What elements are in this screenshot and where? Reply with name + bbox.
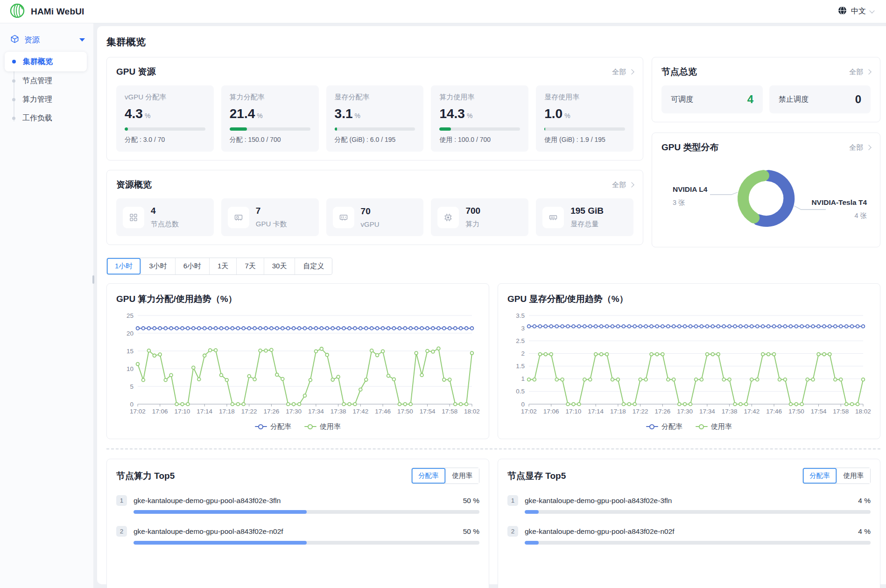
resource-tile-compute: 700算力 bbox=[431, 198, 528, 236]
legend-usage[interactable]: 使用率 bbox=[304, 422, 341, 431]
resource-overview-card: 资源概览 全部 4节点总数 bbox=[106, 170, 643, 245]
svg-text:2: 2 bbox=[521, 350, 525, 357]
timeline-dot-icon bbox=[12, 98, 15, 101]
svg-text:17:06: 17:06 bbox=[543, 408, 559, 415]
caret-down-icon bbox=[79, 38, 85, 42]
resource-overview-all-link[interactable]: 全部 bbox=[612, 181, 633, 189]
all-link-label: 全部 bbox=[612, 68, 626, 77]
svg-text:17:50: 17:50 bbox=[788, 408, 804, 415]
toggle-usage-rate[interactable]: 使用率 bbox=[445, 468, 479, 483]
gpu-type-card: GPU 类型分布 全部 NVIDIA L4 3 张 NVIDIA-Tesla T… bbox=[652, 133, 880, 247]
top5-metric-toggle: 分配率 使用率 bbox=[411, 468, 479, 484]
sidebar-item-label: 节点管理 bbox=[22, 76, 52, 86]
time-tab-30d[interactable]: 30天 bbox=[264, 258, 295, 274]
resource-label: GPU 卡数 bbox=[256, 220, 287, 229]
svg-text:17:18: 17:18 bbox=[610, 408, 626, 415]
progress-fill bbox=[544, 127, 545, 131]
svg-text:17:30: 17:30 bbox=[286, 408, 302, 415]
app-title: HAMi WebUI bbox=[31, 7, 84, 17]
time-tab-3h[interactable]: 3小时 bbox=[141, 258, 175, 274]
svg-text:3.5: 3.5 bbox=[516, 312, 525, 319]
svg-text:0: 0 bbox=[130, 401, 134, 408]
sidebar: 资源 集群概览 节点管理 算力管理 工作负载 bbox=[0, 23, 93, 588]
sidebar-group-resources[interactable]: 资源 bbox=[0, 28, 93, 52]
node-memory-top5-title: 节点显存 Top5 bbox=[507, 470, 566, 482]
sidebar-item-node-management[interactable]: 节点管理 bbox=[0, 71, 87, 90]
svg-text:20: 20 bbox=[127, 330, 134, 337]
legend-marker-icon bbox=[255, 424, 267, 429]
progress-track bbox=[125, 127, 205, 131]
sidebar-collapse-handle[interactable] bbox=[92, 275, 94, 284]
svg-text:17:34: 17:34 bbox=[308, 408, 324, 415]
time-tab-1h[interactable]: 1小时 bbox=[107, 258, 141, 274]
resource-value: 7 bbox=[256, 206, 287, 216]
metric-compute-usage: 算力使用率 14.3% 使用 : 100.0 / 700 bbox=[431, 85, 528, 152]
svg-text:17:46: 17:46 bbox=[375, 408, 391, 415]
legend-usage[interactable]: 使用率 bbox=[696, 422, 732, 431]
toggle-alloc-rate[interactable]: 分配率 bbox=[803, 468, 837, 483]
chevron-right-icon bbox=[629, 69, 634, 74]
bar-fill bbox=[134, 541, 307, 545]
svg-text:17:22: 17:22 bbox=[633, 408, 648, 415]
rank-badge: 2 bbox=[116, 526, 127, 537]
sidebar-item-cluster-overview[interactable]: 集群概览 bbox=[5, 52, 87, 71]
svg-text:17:46: 17:46 bbox=[766, 408, 782, 415]
svg-text:17:26: 17:26 bbox=[264, 408, 280, 415]
timeline-dot-icon bbox=[12, 117, 15, 120]
svg-text:17:02: 17:02 bbox=[130, 408, 146, 415]
toggle-alloc-rate[interactable]: 分配率 bbox=[412, 468, 445, 483]
timeline-dot-icon bbox=[12, 79, 15, 83]
svg-text:17:58: 17:58 bbox=[833, 408, 849, 415]
metric-compute-alloc: 算力分配率 21.4% 分配 : 150.0 / 700 bbox=[221, 85, 319, 152]
gpu-resources-all-link[interactable]: 全部 bbox=[612, 68, 633, 77]
svg-text:17:50: 17:50 bbox=[397, 408, 413, 415]
legend-label: 分配率 bbox=[270, 422, 291, 431]
sidebar-item-workloads[interactable]: 工作负载 bbox=[0, 109, 87, 127]
language-selector[interactable]: 中文 bbox=[838, 6, 874, 17]
bar-track bbox=[525, 510, 871, 514]
time-tab-7d[interactable]: 7天 bbox=[236, 258, 263, 274]
metric-unit: % bbox=[355, 112, 360, 119]
svg-text:17:18: 17:18 bbox=[219, 408, 235, 415]
content-container: 集群概览 GPU 资源 全部 bbox=[97, 26, 886, 584]
sidebar-item-compute-management[interactable]: 算力管理 bbox=[0, 90, 87, 109]
schedulable-label: 可调度 bbox=[671, 95, 693, 105]
bar-fill bbox=[525, 510, 539, 514]
svg-text:17:02: 17:02 bbox=[521, 408, 537, 415]
top5-metric-toggle: 分配率 使用率 bbox=[802, 468, 871, 484]
node-name: gke-kantaloupe-demo-gpu-pool-a843f02e-n0… bbox=[525, 527, 851, 536]
time-tab-custom[interactable]: 自定义 bbox=[295, 258, 332, 274]
sidebar-group-label: 资源 bbox=[24, 35, 74, 45]
metric-detail: 分配 : 3.0 / 70 bbox=[125, 136, 205, 144]
svg-text:17:58: 17:58 bbox=[442, 408, 457, 415]
svg-text:17:38: 17:38 bbox=[330, 408, 346, 415]
language-label: 中文 bbox=[851, 7, 866, 16]
node-compute-top5-card: 节点算力 Top5 分配率 使用率 1 gke-kantaloupe-demo-… bbox=[106, 459, 489, 588]
node-overview-all-link[interactable]: 全部 bbox=[849, 68, 871, 77]
gpu-type-title: GPU 类型分布 bbox=[661, 141, 718, 154]
top5-row: 1 gke-kantaloupe-demo-gpu-pool-a843f02e-… bbox=[116, 495, 479, 514]
time-tab-1d[interactable]: 1天 bbox=[209, 258, 236, 274]
sidebar-item-label: 算力管理 bbox=[22, 95, 52, 105]
legend-alloc[interactable]: 分配率 bbox=[255, 422, 291, 431]
legend-alloc[interactable]: 分配率 bbox=[646, 422, 682, 431]
brand: HAMi WebUI bbox=[9, 3, 84, 21]
node-compute-top5-title: 节点算力 Top5 bbox=[116, 470, 175, 482]
metric-unit: % bbox=[145, 112, 150, 119]
resource-tile-gpu-cards: 7GPU 卡数 bbox=[221, 198, 319, 236]
svg-text:3: 3 bbox=[521, 325, 525, 332]
node-name: gke-kantaloupe-demo-gpu-pool-a843f02e-3f… bbox=[525, 497, 851, 505]
memory-icon bbox=[542, 207, 564, 228]
donut-qty-t4: 4 张 bbox=[854, 212, 867, 219]
metric-vgpu-alloc: vGPU 分配率 4.3% 分配 : 3.0 / 70 bbox=[116, 85, 214, 152]
metric-value: 14.3 bbox=[439, 106, 465, 121]
timeline-dot-icon bbox=[12, 60, 16, 63]
bar-track bbox=[525, 541, 871, 545]
progress-track bbox=[230, 127, 310, 131]
compute-trend-title: GPU 算力分配/使用趋势（%） bbox=[116, 293, 479, 305]
legend-marker-icon bbox=[696, 424, 708, 429]
toggle-usage-rate[interactable]: 使用率 bbox=[837, 468, 871, 483]
chevron-down-icon bbox=[869, 8, 874, 13]
gpu-type-all-link[interactable]: 全部 bbox=[849, 143, 871, 152]
time-tab-6h[interactable]: 6小时 bbox=[175, 258, 209, 274]
